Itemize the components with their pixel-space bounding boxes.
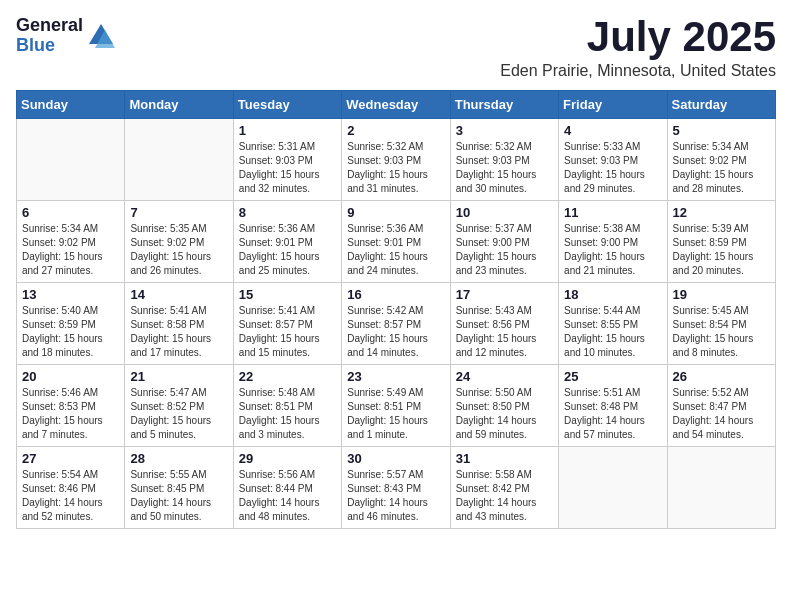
day-detail: Sunrise: 5:37 AM Sunset: 9:00 PM Dayligh…: [456, 222, 553, 278]
weekday-header-wednesday: Wednesday: [342, 91, 450, 119]
title-block: July 2025 Eden Prairie, Minnesota, Unite…: [500, 16, 776, 80]
day-detail: Sunrise: 5:47 AM Sunset: 8:52 PM Dayligh…: [130, 386, 227, 442]
calendar-cell: 29Sunrise: 5:56 AM Sunset: 8:44 PM Dayli…: [233, 447, 341, 529]
calendar-cell: 13Sunrise: 5:40 AM Sunset: 8:59 PM Dayli…: [17, 283, 125, 365]
calendar-cell: 19Sunrise: 5:45 AM Sunset: 8:54 PM Dayli…: [667, 283, 775, 365]
day-number: 17: [456, 287, 553, 302]
calendar-cell: 16Sunrise: 5:42 AM Sunset: 8:57 PM Dayli…: [342, 283, 450, 365]
day-detail: Sunrise: 5:46 AM Sunset: 8:53 PM Dayligh…: [22, 386, 119, 442]
calendar-cell: 14Sunrise: 5:41 AM Sunset: 8:58 PM Dayli…: [125, 283, 233, 365]
calendar-cell: 22Sunrise: 5:48 AM Sunset: 8:51 PM Dayli…: [233, 365, 341, 447]
day-number: 28: [130, 451, 227, 466]
calendar-cell: 9Sunrise: 5:36 AM Sunset: 9:01 PM Daylig…: [342, 201, 450, 283]
location-subtitle: Eden Prairie, Minnesota, United States: [500, 62, 776, 80]
calendar-cell: 31Sunrise: 5:58 AM Sunset: 8:42 PM Dayli…: [450, 447, 558, 529]
day-number: 14: [130, 287, 227, 302]
calendar-cell: 20Sunrise: 5:46 AM Sunset: 8:53 PM Dayli…: [17, 365, 125, 447]
day-detail: Sunrise: 5:36 AM Sunset: 9:01 PM Dayligh…: [239, 222, 336, 278]
day-detail: Sunrise: 5:34 AM Sunset: 9:02 PM Dayligh…: [673, 140, 770, 196]
logo-blue: Blue: [16, 36, 83, 56]
weekday-header-saturday: Saturday: [667, 91, 775, 119]
day-detail: Sunrise: 5:36 AM Sunset: 9:01 PM Dayligh…: [347, 222, 444, 278]
calendar-cell: 3Sunrise: 5:32 AM Sunset: 9:03 PM Daylig…: [450, 119, 558, 201]
calendar-cell: 26Sunrise: 5:52 AM Sunset: 8:47 PM Dayli…: [667, 365, 775, 447]
day-number: 27: [22, 451, 119, 466]
day-number: 24: [456, 369, 553, 384]
day-number: 30: [347, 451, 444, 466]
day-number: 5: [673, 123, 770, 138]
calendar-cell: 6Sunrise: 5:34 AM Sunset: 9:02 PM Daylig…: [17, 201, 125, 283]
day-number: 25: [564, 369, 661, 384]
calendar-cell: 17Sunrise: 5:43 AM Sunset: 8:56 PM Dayli…: [450, 283, 558, 365]
weekday-header-thursday: Thursday: [450, 91, 558, 119]
calendar-cell: [125, 119, 233, 201]
day-number: 20: [22, 369, 119, 384]
calendar-cell: 12Sunrise: 5:39 AM Sunset: 8:59 PM Dayli…: [667, 201, 775, 283]
calendar-cell: 11Sunrise: 5:38 AM Sunset: 9:00 PM Dayli…: [559, 201, 667, 283]
day-number: 3: [456, 123, 553, 138]
day-detail: Sunrise: 5:35 AM Sunset: 9:02 PM Dayligh…: [130, 222, 227, 278]
day-number: 12: [673, 205, 770, 220]
calendar-cell: 28Sunrise: 5:55 AM Sunset: 8:45 PM Dayli…: [125, 447, 233, 529]
day-number: 16: [347, 287, 444, 302]
day-detail: Sunrise: 5:51 AM Sunset: 8:48 PM Dayligh…: [564, 386, 661, 442]
week-row-1: 1Sunrise: 5:31 AM Sunset: 9:03 PM Daylig…: [17, 119, 776, 201]
calendar-header-row: SundayMondayTuesdayWednesdayThursdayFrid…: [17, 91, 776, 119]
calendar-cell: 25Sunrise: 5:51 AM Sunset: 8:48 PM Dayli…: [559, 365, 667, 447]
day-number: 1: [239, 123, 336, 138]
day-detail: Sunrise: 5:43 AM Sunset: 8:56 PM Dayligh…: [456, 304, 553, 360]
day-number: 6: [22, 205, 119, 220]
day-number: 9: [347, 205, 444, 220]
day-number: 26: [673, 369, 770, 384]
day-detail: Sunrise: 5:41 AM Sunset: 8:57 PM Dayligh…: [239, 304, 336, 360]
day-detail: Sunrise: 5:42 AM Sunset: 8:57 PM Dayligh…: [347, 304, 444, 360]
day-number: 19: [673, 287, 770, 302]
day-number: 2: [347, 123, 444, 138]
day-detail: Sunrise: 5:58 AM Sunset: 8:42 PM Dayligh…: [456, 468, 553, 524]
day-number: 4: [564, 123, 661, 138]
calendar-cell: 15Sunrise: 5:41 AM Sunset: 8:57 PM Dayli…: [233, 283, 341, 365]
calendar-cell: [17, 119, 125, 201]
weekday-header-monday: Monday: [125, 91, 233, 119]
day-detail: Sunrise: 5:32 AM Sunset: 9:03 PM Dayligh…: [456, 140, 553, 196]
day-detail: Sunrise: 5:56 AM Sunset: 8:44 PM Dayligh…: [239, 468, 336, 524]
calendar-cell: 18Sunrise: 5:44 AM Sunset: 8:55 PM Dayli…: [559, 283, 667, 365]
day-detail: Sunrise: 5:38 AM Sunset: 9:00 PM Dayligh…: [564, 222, 661, 278]
week-row-5: 27Sunrise: 5:54 AM Sunset: 8:46 PM Dayli…: [17, 447, 776, 529]
day-detail: Sunrise: 5:40 AM Sunset: 8:59 PM Dayligh…: [22, 304, 119, 360]
day-detail: Sunrise: 5:31 AM Sunset: 9:03 PM Dayligh…: [239, 140, 336, 196]
day-number: 29: [239, 451, 336, 466]
day-number: 10: [456, 205, 553, 220]
week-row-3: 13Sunrise: 5:40 AM Sunset: 8:59 PM Dayli…: [17, 283, 776, 365]
day-detail: Sunrise: 5:50 AM Sunset: 8:50 PM Dayligh…: [456, 386, 553, 442]
page-header: General Blue July 2025 Eden Prairie, Min…: [16, 16, 776, 80]
calendar-cell: 7Sunrise: 5:35 AM Sunset: 9:02 PM Daylig…: [125, 201, 233, 283]
calendar-cell: 2Sunrise: 5:32 AM Sunset: 9:03 PM Daylig…: [342, 119, 450, 201]
weekday-header-sunday: Sunday: [17, 91, 125, 119]
month-year-title: July 2025: [500, 16, 776, 58]
calendar-cell: 8Sunrise: 5:36 AM Sunset: 9:01 PM Daylig…: [233, 201, 341, 283]
calendar-cell: 10Sunrise: 5:37 AM Sunset: 9:00 PM Dayli…: [450, 201, 558, 283]
day-detail: Sunrise: 5:45 AM Sunset: 8:54 PM Dayligh…: [673, 304, 770, 360]
calendar-cell: 5Sunrise: 5:34 AM Sunset: 9:02 PM Daylig…: [667, 119, 775, 201]
day-number: 7: [130, 205, 227, 220]
day-number: 23: [347, 369, 444, 384]
day-detail: Sunrise: 5:32 AM Sunset: 9:03 PM Dayligh…: [347, 140, 444, 196]
calendar-cell: [667, 447, 775, 529]
day-number: 15: [239, 287, 336, 302]
day-detail: Sunrise: 5:54 AM Sunset: 8:46 PM Dayligh…: [22, 468, 119, 524]
logo-general: General: [16, 16, 83, 36]
calendar-cell: 1Sunrise: 5:31 AM Sunset: 9:03 PM Daylig…: [233, 119, 341, 201]
week-row-2: 6Sunrise: 5:34 AM Sunset: 9:02 PM Daylig…: [17, 201, 776, 283]
day-detail: Sunrise: 5:33 AM Sunset: 9:03 PM Dayligh…: [564, 140, 661, 196]
weekday-header-tuesday: Tuesday: [233, 91, 341, 119]
day-number: 31: [456, 451, 553, 466]
day-number: 18: [564, 287, 661, 302]
weekday-header-friday: Friday: [559, 91, 667, 119]
calendar-cell: 4Sunrise: 5:33 AM Sunset: 9:03 PM Daylig…: [559, 119, 667, 201]
day-number: 22: [239, 369, 336, 384]
day-detail: Sunrise: 5:34 AM Sunset: 9:02 PM Dayligh…: [22, 222, 119, 278]
day-number: 21: [130, 369, 227, 384]
week-row-4: 20Sunrise: 5:46 AM Sunset: 8:53 PM Dayli…: [17, 365, 776, 447]
calendar-cell: [559, 447, 667, 529]
